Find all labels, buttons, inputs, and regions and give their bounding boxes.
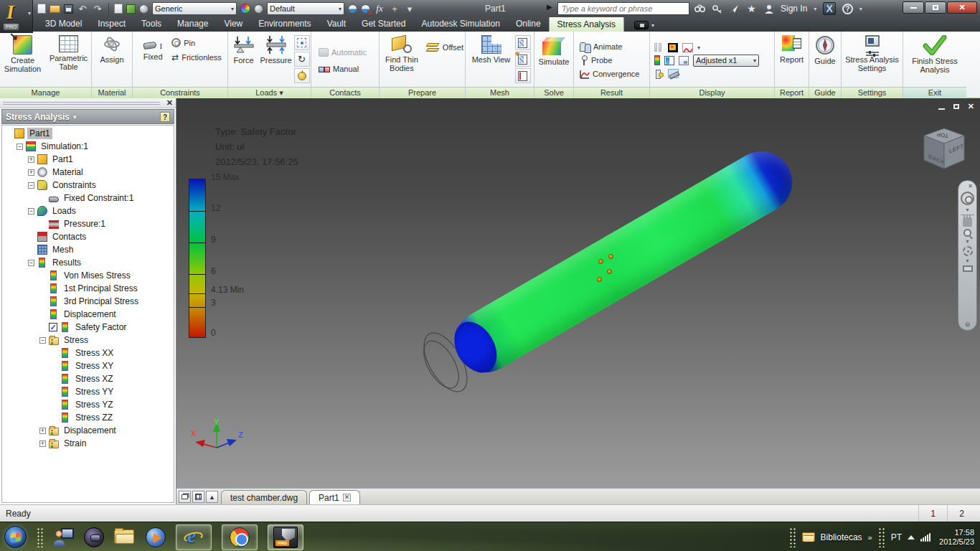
find-thin-bodies-button[interactable]: Find Thin Bodies [380, 34, 424, 72]
body-load-button[interactable] [294, 35, 310, 50]
expand-icon[interactable]: + [39, 441, 46, 447]
panel-material-footer[interactable]: Material [92, 87, 132, 98]
panel-result-footer[interactable]: Result [574, 87, 649, 98]
mesh-settings-button[interactable] [515, 35, 531, 50]
parametric-table-button[interactable]: Parametric Table [47, 34, 91, 71]
new-file-icon[interactable] [37, 4, 46, 14]
collapse-icon[interactable]: − [39, 337, 46, 344]
browser-grip[interactable]: ✕ [0, 98, 176, 108]
panel-exit-footer[interactable]: Exit [903, 87, 966, 98]
tree-item-stress-zz[interactable]: Stress ZZ [2, 411, 174, 424]
tree-item-stress-yz[interactable]: Stress YZ [2, 398, 174, 411]
appearance-dropdown[interactable]: Default▾ [267, 2, 344, 15]
color-wheel-icon[interactable] [240, 4, 250, 14]
add-icon[interactable]: + [389, 3, 400, 14]
tab-manage[interactable]: Manage [169, 17, 216, 32]
tab-inspect[interactable]: Inspect [90, 17, 133, 32]
start-icon[interactable] [4, 526, 27, 548]
appearance-globe-icon[interactable] [139, 4, 149, 14]
graphics-viewport[interactable]: ✕ Type: Safety Factor Unit: ul 2012/5/23… [176, 98, 980, 488]
search-input[interactable] [557, 2, 689, 15]
probe-marker-icon[interactable] [607, 269, 612, 274]
undo-icon[interactable]: ↶ [77, 3, 88, 14]
show-hidden-icons[interactable] [908, 535, 915, 540]
part-model-cylinder[interactable] [443, 140, 804, 383]
shade-b-icon[interactable] [361, 4, 370, 14]
navbar-more-icon[interactable]: ⊖ [965, 321, 971, 328]
doc-close-icon[interactable]: ✕ [968, 102, 974, 111]
status-cell-1[interactable]: 1 [918, 505, 947, 522]
tree-item-part1[interactable]: +Part1 [2, 153, 174, 166]
cascade-windows-button[interactable] [179, 491, 191, 503]
panel-settings-footer[interactable]: Settings [842, 87, 903, 98]
tab-online[interactable]: Online [508, 17, 549, 32]
orbit-icon[interactable] [963, 246, 973, 256]
tab-vault[interactable]: Vault [319, 17, 354, 32]
chevron-down-icon[interactable]: ▼ [965, 258, 970, 263]
probe-marker-icon[interactable] [608, 254, 613, 259]
doc-tab-close-icon[interactable]: ✕ [343, 494, 352, 501]
tree-item-results[interactable]: −Results [2, 256, 174, 269]
gravity-load-button[interactable] [294, 68, 310, 83]
maximize-button[interactable] [925, 1, 946, 14]
tree-item-safety-factor[interactable]: ✓Safety Factor [2, 321, 174, 334]
tree-item-von-mises-stress[interactable]: Von Mises Stress [2, 269, 174, 282]
panel-display-footer[interactable]: Display [650, 87, 774, 98]
explorer-folder-icon[interactable] [114, 529, 136, 545]
chevron-down-icon[interactable]: ▾ [73, 113, 77, 121]
checkbox-checked-icon[interactable]: ✓ [49, 323, 57, 331]
tree-item-part1[interactable]: Part1 [2, 127, 174, 140]
fixed-constraint-button[interactable]: IFixed [137, 34, 169, 61]
tree-item-displacement[interactable]: Displacement [2, 308, 174, 321]
send-icon[interactable] [729, 4, 740, 14]
collapse-icon[interactable]: − [28, 260, 34, 266]
tree-item-strain[interactable]: +Strain [2, 437, 174, 450]
zoom-magnifier-icon[interactable] [963, 229, 971, 237]
panel-prepare-footer[interactable]: Prepare [380, 87, 465, 98]
collapse-icon[interactable]: − [28, 208, 34, 215]
tree-item-3rd-principal-stress[interactable]: 3rd Principal Stress [2, 295, 174, 308]
probe-marker-icon[interactable] [598, 259, 603, 264]
media-player-icon[interactable] [146, 527, 166, 547]
print-icon[interactable] [114, 4, 123, 14]
expand-icon[interactable]: + [28, 169, 34, 176]
frictionless-constraint-button[interactable]: ⇄Frictionless [170, 51, 223, 63]
doc-tab-part1[interactable]: Part1✕ [309, 490, 360, 504]
tree-item-stress-xz[interactable]: Stress XZ [2, 372, 174, 385]
tree-item-stress-xx[interactable]: Stress XX [2, 347, 174, 359]
probe-labels-icon[interactable] [654, 69, 664, 78]
panel-solve-footer[interactable]: Solve [534, 87, 573, 98]
chevron-down-icon[interactable]: ▾ [814, 6, 816, 12]
pin-constraint-button[interactable]: Pin [170, 37, 223, 49]
tile-windows-button[interactable] [192, 491, 204, 503]
mesh-view-button[interactable]: Mesh View [469, 34, 514, 64]
chevron-icon[interactable]: » [868, 533, 872, 542]
displacement-scale-dropdown[interactable]: Adjusted x1▾ [693, 55, 759, 67]
boundary-display-icon[interactable] [668, 69, 679, 78]
animate-button[interactable]: Animate [578, 41, 623, 53]
expand-icon[interactable]: + [28, 156, 34, 163]
tree-item-stress[interactable]: −Stress [2, 334, 174, 347]
remote-user-icon[interactable] [54, 528, 74, 547]
tree-item-fixed-constraint-1[interactable]: Fixed Constraint:1 [2, 192, 174, 204]
open-file-icon[interactable] [50, 5, 60, 13]
webcam-icon[interactable] [84, 527, 104, 547]
collapse-icon[interactable]: − [17, 143, 23, 150]
pan-hand-icon[interactable] [963, 217, 972, 227]
screencast-button[interactable]: ▾ [634, 21, 654, 29]
chevron-down-icon[interactable]: ▼ [965, 207, 970, 212]
tree-item-material[interactable]: +Material [2, 166, 174, 179]
inventor-taskbar-button[interactable]: PRO [268, 524, 303, 550]
tab-stress-analysis[interactable]: Stress Analysis [549, 17, 624, 32]
sign-in-button[interactable]: Sign In [781, 4, 807, 14]
iproperties-icon[interactable] [126, 4, 136, 14]
browser-close-icon[interactable]: ✕ [166, 98, 173, 108]
browser-header[interactable]: Stress Analysis ▾ ? [1, 109, 174, 124]
chevron-down-icon[interactable]: ▼ [965, 239, 970, 244]
stress-analysis-settings-button[interactable]: Stress Analysis Settings [843, 34, 902, 72]
exchange-apps-icon[interactable]: X [823, 2, 835, 15]
panel-guide-footer[interactable]: Guide [809, 87, 841, 98]
libraries-label[interactable]: Bibliotecas [821, 532, 862, 542]
expand-icon[interactable]: + [39, 428, 46, 434]
pressure-load-button[interactable]: Pressure [260, 34, 293, 65]
